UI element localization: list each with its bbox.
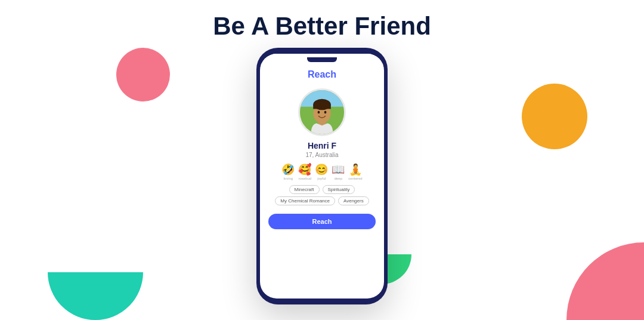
phone-body: Reach xyxy=(256,48,388,304)
phone-screen: Reach xyxy=(260,54,384,299)
svg-rect-5 xyxy=(313,104,331,109)
reach-button-container: Reach xyxy=(260,214,384,229)
status-bar xyxy=(260,54,384,66)
decorative-pink-quarter xyxy=(566,242,644,320)
page-title: Be A Better Friend xyxy=(0,12,644,41)
decorative-pink-circle xyxy=(116,48,170,101)
tag-spirituality: Spirituality xyxy=(323,185,355,194)
decorative-teal-semicircle xyxy=(48,272,143,320)
tag-avengers: Avengers xyxy=(338,196,369,205)
tag-my-chemical-romance: My Chemical Romance xyxy=(275,196,335,205)
tag-minecraft: Minecraft xyxy=(289,185,320,194)
emoji-item-rosebud: 🥰 rosebud xyxy=(298,163,311,180)
tags-row-1: Minecraft Spirituality xyxy=(289,185,355,194)
svg-point-7 xyxy=(324,111,327,114)
decorative-orange-circle xyxy=(522,84,587,149)
profile-section: Henri F 17, Australia 🤣 loving 🥰 rosebud… xyxy=(260,84,384,183)
emoji-item-centered: 🧘 centered xyxy=(348,163,362,180)
emoji-item-loving: 🤣 loving xyxy=(281,163,295,180)
emoji-interests-row: 🤣 loving 🥰 rosebud 😊 joyful 📖 deep xyxy=(281,163,362,180)
emoji-item-deep: 📖 deep xyxy=(332,163,345,180)
profile-meta: 17, Australia xyxy=(305,152,338,158)
svg-point-6 xyxy=(318,111,320,114)
avatar xyxy=(298,88,346,136)
emoji-item-joyful: 😊 joyful xyxy=(315,163,328,180)
tags-row-2: My Chemical Romance Avengers xyxy=(275,196,369,205)
reach-button[interactable]: Reach xyxy=(268,214,376,229)
app-header: Reach xyxy=(260,66,384,84)
phone-mockup: Reach xyxy=(256,48,388,304)
tags-section: Minecraft Spirituality My Chemical Roman… xyxy=(260,183,384,208)
profile-name: Henri F xyxy=(308,141,336,150)
notch xyxy=(307,57,337,62)
app-title: Reach xyxy=(308,69,336,79)
